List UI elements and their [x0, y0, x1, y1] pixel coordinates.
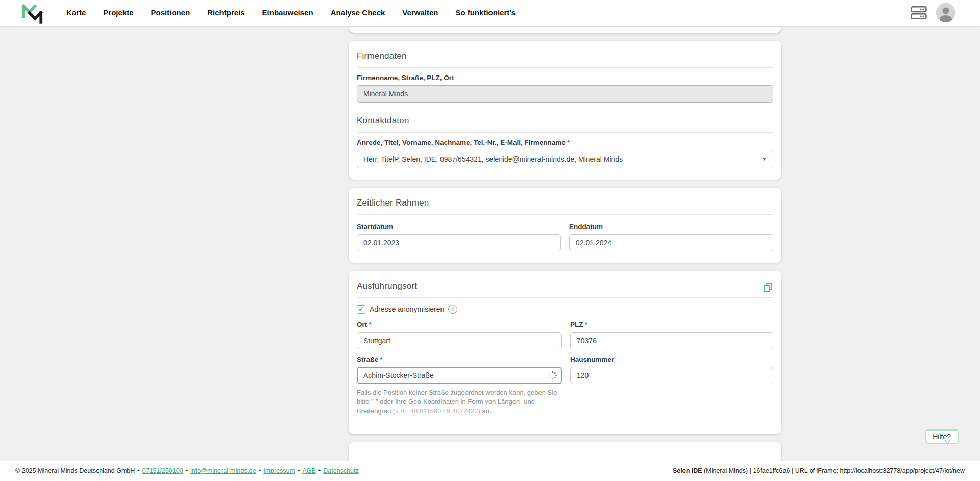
ort-field: Ort* [357, 315, 562, 349]
startdatum-input[interactable] [357, 234, 561, 251]
enddatum-input[interactable] [569, 234, 773, 251]
nav-item-verwalten[interactable]: Verwalten [402, 0, 438, 26]
footer-separator: • [137, 467, 139, 474]
card-zeitlicher-rahmen: Zeitlicher Rahmen Startdatum Enddatum [349, 188, 781, 263]
previous-card-partial [349, 27, 781, 33]
user-avatar-icon[interactable] [936, 3, 955, 22]
ausfuehrungsort-heading: Ausführungsort [357, 281, 417, 291]
divider [357, 67, 773, 68]
anonymize-checkbox[interactable]: ✔ [357, 305, 365, 314]
copy-icon[interactable] [763, 282, 773, 293]
divider [357, 214, 773, 215]
anonymize-label: Adresse anonymisieren [370, 305, 444, 313]
enddatum-field: Enddatum [569, 217, 773, 251]
zeitrahmen-heading: Zeitlicher Rahmen [357, 198, 773, 208]
footer-iframe-url: (Mineral Minds) | 16fae1ffc6a6 | URL of … [702, 467, 965, 474]
ort-label-text: Ort [357, 321, 367, 328]
strasse-input[interactable] [357, 367, 562, 384]
nav-item-richtpreis[interactable]: Richtpreis [207, 0, 244, 26]
anonymize-row: ✔ Adresse anonymisieren i [357, 305, 773, 314]
required-asterisk: * [567, 139, 570, 146]
footer-link-phone[interactable]: 07151/250100 [142, 467, 183, 474]
nav-item-analyse-check[interactable]: Analyse Check [331, 0, 385, 26]
card-ausfuehrungsort: Ausführungsort ✔ Adresse anonymisieren i… [349, 271, 781, 434]
divider [357, 132, 773, 133]
kontakt-select[interactable]: Herr, TitelP, Selen, IDE, 0987/654321, s… [357, 150, 773, 168]
footer-link-email[interactable]: info@mineral-minds.de [190, 467, 256, 474]
nav-item-so-funktionierts[interactable]: So funktioniert's [455, 0, 516, 26]
helper-text-part2: an. [480, 407, 492, 415]
hausnummer-input[interactable] [570, 367, 773, 384]
loading-spinner-icon [548, 371, 557, 380]
help-button[interactable]: Hilfe? [925, 429, 959, 444]
mineral-minds-logo-icon[interactable] [20, 2, 44, 26]
startdatum-field: Startdatum [357, 217, 561, 251]
kontakt-label-text: Anrede, Titel, Vorname, Nachname, Tel.-N… [357, 139, 566, 146]
footer: © 2025 Mineral Minds Deutschland GmbH • … [0, 461, 980, 481]
footer-separator: • [186, 467, 188, 474]
footer-separator: • [259, 467, 261, 474]
strasse-helper-text: Falls die Position keiner Straße zugeord… [357, 388, 562, 416]
helper-coords-example: (z.B.: 48.8115607,9.4077422) [393, 407, 480, 415]
nav-item-positionen[interactable]: Positionen [151, 0, 190, 26]
firmendaten-heading: Firmendaten [357, 51, 773, 61]
plz-label: PLZ* [570, 321, 773, 328]
copyright-text: © 2025 Mineral Minds Deutschland GmbH [15, 467, 135, 474]
topbar-right [911, 3, 955, 22]
footer-link-impressum[interactable]: Impressum [263, 467, 295, 474]
required-asterisk: * [585, 321, 587, 328]
nav-item-einbauweisen[interactable]: Einbauweisen [262, 0, 313, 26]
enddatum-label: Enddatum [569, 223, 773, 231]
plz-label-text: PLZ [570, 321, 583, 328]
required-asterisk: * [369, 321, 371, 328]
startdatum-label: Startdatum [357, 223, 561, 231]
main-nav: Karte Projekte Positionen Richtpreis Ein… [66, 0, 516, 26]
strasse-label-text: Straße [357, 356, 378, 363]
form-column: Firmendaten Firmenname, Straße, PLZ, Ort… [349, 26, 781, 478]
plz-input[interactable] [570, 332, 773, 349]
hausnummer-label: Hausnummer [570, 356, 773, 363]
strasse-field: Straße* Falls die Position k [357, 349, 562, 423]
footer-separator: • [318, 467, 321, 474]
firmenname-input [357, 85, 773, 103]
info-icon[interactable]: i [448, 305, 457, 314]
footer-app-name: Selen IDE [673, 467, 702, 474]
footer-debug-info: Selen IDE (Mineral Minds) | 16fae1ffc6a6… [673, 467, 965, 474]
ort-input[interactable] [357, 332, 562, 349]
kontaktdaten-heading: Kontaktdaten [357, 116, 773, 126]
plz-field: PLZ* [570, 315, 773, 349]
nav-item-karte[interactable]: Karte [66, 0, 86, 26]
footer-link-agb[interactable]: AGB [302, 467, 315, 474]
hausnummer-field: Hausnummer [570, 349, 773, 423]
top-navbar: Karte Projekte Positionen Richtpreis Ein… [0, 0, 980, 26]
footer-separator: • [298, 467, 300, 474]
ort-label: Ort* [357, 321, 562, 328]
nav-item-projekte[interactable]: Projekte [103, 0, 133, 26]
server-icon[interactable] [911, 6, 927, 20]
divider [357, 297, 773, 298]
firmenname-label: Firmenname, Straße, PLZ, Ort [357, 74, 773, 82]
footer-left: © 2025 Mineral Minds Deutschland GmbH • … [15, 467, 359, 474]
strasse-label: Straße* [357, 356, 562, 363]
chevron-down-icon: ▼ [762, 157, 767, 162]
kontakt-select-value: Herr, TitelP, Selen, IDE, 0987/654321, s… [363, 155, 623, 163]
footer-link-datenschutz[interactable]: Datenschutz [323, 467, 358, 474]
kontakt-label: Anrede, Titel, Vorname, Nachname, Tel.-N… [357, 139, 773, 146]
card-firmendaten: Firmendaten Firmenname, Straße, PLZ, Ort… [349, 41, 781, 180]
required-asterisk: * [380, 356, 382, 363]
